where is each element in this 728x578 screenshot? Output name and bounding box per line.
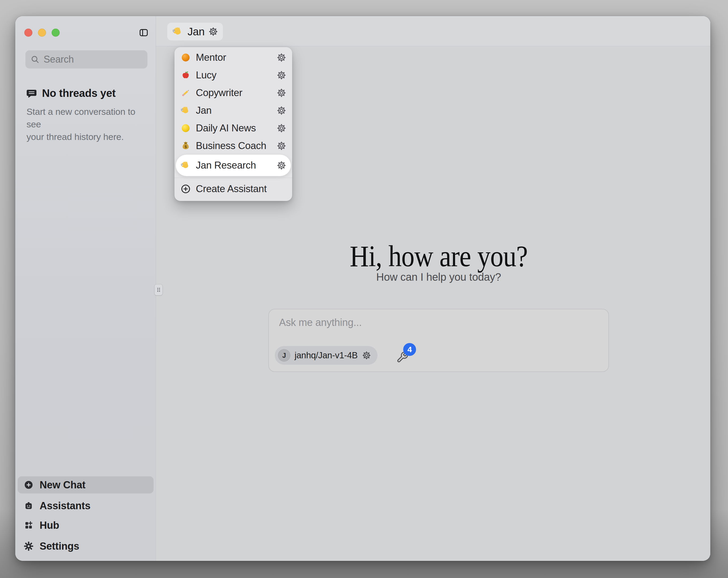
assistant-menu-item-mentor[interactable]: Mentor [175, 49, 292, 66]
sidebar-item-label: Hub [40, 520, 59, 531]
apple-emoji [180, 70, 191, 80]
search-field[interactable] [25, 50, 148, 69]
assistant-menu-item-business-coach[interactable]: Business Coach [175, 137, 292, 155]
greeting-subtitle: How can I help you today? [268, 270, 609, 284]
sidebar-item-label: Assistants [40, 500, 90, 512]
assistant-settings-gear-icon[interactable] [277, 123, 286, 133]
assistant-selector-label: Jan [187, 26, 205, 38]
model-selector-button[interactable]: J janhq/Jan-v1-4B [275, 346, 378, 365]
grip-dots-icon [155, 286, 162, 294]
assistant-settings-gear-icon[interactable] [277, 70, 286, 80]
tools-button[interactable]: 4 [395, 343, 421, 370]
zoom-window-button[interactable] [52, 29, 60, 37]
sidebar-resize-handle[interactable] [154, 284, 163, 296]
assistant-menu: Mentor Lucy Copywriter Jan Daily AI News [175, 47, 292, 201]
sidebar-item-label: New Chat [40, 479, 86, 491]
gear-icon[interactable] [362, 351, 371, 360]
assistant-settings-gear-icon[interactable] [277, 141, 286, 151]
search-icon [30, 55, 40, 64]
assistant-menu-item-label: Jan Research [196, 160, 272, 171]
tools-count-badge: 4 [403, 343, 416, 356]
assistant-settings-gear-icon[interactable] [277, 53, 286, 62]
assistant-menu-item-label: Lucy [196, 70, 272, 81]
assistant-menu-item-label: Mentor [196, 52, 272, 63]
gear-icon [24, 541, 34, 551]
assistant-menu-item-jan[interactable]: Jan [175, 102, 292, 119]
sidebar-item-label: Settings [40, 541, 79, 552]
toggle-sidebar-button[interactable] [139, 28, 149, 37]
hub-grid-icon [24, 520, 34, 530]
greeting-section: Hi, how are you? How can I help you toda… [268, 16, 609, 561]
assistant-menu-item-label: Copywriter [196, 87, 272, 99]
assistant-settings-gear-icon[interactable] [277, 106, 286, 115]
sidebar: No threads yet Start a new conversation … [15, 16, 156, 561]
main-area: Jan Mentor Lucy Copywriter [156, 16, 710, 561]
search-input[interactable] [44, 54, 168, 65]
wave-emoji [180, 160, 191, 171]
empty-state-line1: Start a new conversation to see [26, 106, 135, 129]
chat-bubble-icon [26, 88, 37, 99]
assistant-menu-item-copywriter[interactable]: Copywriter [175, 84, 292, 102]
create-assistant-label: Create Assistant [196, 183, 286, 195]
pencil-emoji [180, 87, 191, 98]
message-input[interactable] [279, 317, 598, 328]
assistant-menu-item-label: Business Coach [196, 140, 272, 151]
gear-icon[interactable] [208, 27, 218, 36]
assistant-menu-item-label: Jan [196, 105, 272, 116]
composer[interactable]: J janhq/Jan-v1-4B 4 [268, 309, 609, 372]
orange-circle-emoji [180, 52, 191, 63]
assistant-selector-button[interactable]: Jan [167, 23, 223, 41]
window-controls [24, 29, 60, 37]
model-name: janhq/Jan-v1-4B [294, 350, 358, 360]
empty-state-header: No threads yet [26, 87, 115, 99]
sidebar-toggle-icon [139, 28, 149, 37]
create-assistant-button[interactable]: Create Assistant [175, 180, 292, 198]
robot-icon [24, 501, 34, 511]
assistant-settings-gear-icon[interactable] [277, 88, 286, 98]
sidebar-item-assistants[interactable]: Assistants [18, 497, 154, 514]
assistant-menu-item-lucy[interactable]: Lucy [175, 66, 292, 84]
sidebar-item-hub[interactable]: Hub [18, 517, 154, 534]
assistant-menu-item-daily-ai-news[interactable]: Daily AI News [175, 119, 292, 137]
empty-state-title: No threads yet [42, 87, 115, 99]
close-window-button[interactable] [24, 29, 32, 37]
assistant-menu-item-label: Daily AI News [196, 123, 272, 134]
assistant-settings-gear-icon[interactable] [277, 160, 286, 170]
greeting-title: Hi, how are you? [268, 239, 609, 274]
money-bag-emoji [180, 141, 191, 151]
menu-separator [175, 178, 292, 178]
plus-circle-outline-icon [180, 183, 191, 194]
empty-state-line2: your thread history here. [26, 132, 124, 142]
assistant-menu-item-jan-research[interactable]: Jan Research [176, 155, 291, 176]
minimize-window-button[interactable] [38, 29, 46, 37]
app-window: No threads yet Start a new conversation … [15, 16, 710, 561]
wave-emoji [180, 105, 191, 116]
yellow-circle-emoji [180, 123, 191, 133]
empty-state-description: Start a new conversation to seeyour thre… [26, 105, 144, 143]
model-avatar: J [278, 349, 290, 361]
sidebar-item-settings[interactable]: Settings [18, 537, 154, 555]
wave-emoji [172, 26, 184, 37]
sidebar-item-new-chat[interactable]: New Chat [18, 476, 154, 494]
plus-circle-icon [24, 480, 34, 490]
